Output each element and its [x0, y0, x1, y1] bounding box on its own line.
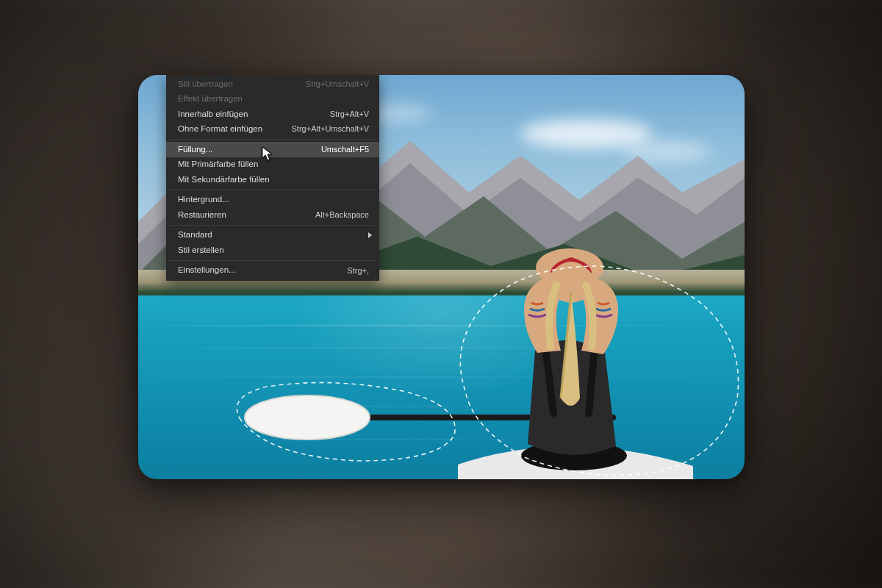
menu-item-primaerfarbe-fuellen[interactable]: Mit Primärfarbe füllen — [166, 157, 379, 173]
screenshot-panel: Stil übertragen Strg+Umschalt+V Effekt ü… — [138, 75, 745, 479]
context-menu: Stil übertragen Strg+Umschalt+V Effekt ü… — [166, 75, 379, 281]
menu-shortcut: Strg+Alt+Umschalt+V — [292, 123, 369, 135]
menu-label: Ohne Format einfügen — [178, 123, 274, 135]
selection-marquee-paddle — [219, 369, 469, 472]
menu-item-ohne-format-einfuegen[interactable]: Ohne Format einfügen Strg+Alt+Umschalt+V — [166, 122, 379, 137]
selection-marquee-person — [436, 237, 745, 479]
menu-label: Mit Primärfarbe füllen — [178, 159, 369, 171]
menu-label: Innerhalb einfügen — [178, 109, 312, 121]
menu-label: Mit Sekundärfarbe füllen — [178, 174, 369, 186]
menu-separator — [169, 139, 376, 140]
menu-shortcut: Umschalt+F5 — [321, 144, 369, 155]
menu-label: Standard — [178, 229, 369, 241]
menu-label: Stil erstellen — [178, 245, 369, 257]
menu-separator — [169, 225, 376, 226]
menu-shortcut: Strg+, — [347, 265, 369, 276]
menu-item-fuellung[interactable]: Füllung... Umschalt+F5 — [166, 142, 379, 157]
menu-item-innerhalb-einfuegen[interactable]: Innerhalb einfügen Strg+Alt+V — [166, 107, 379, 122]
menu-separator — [169, 260, 376, 261]
menu-label: Einstellungen... — [178, 265, 329, 276]
menu-label: Restaurieren — [178, 209, 298, 221]
menu-label: Füllung... — [178, 144, 304, 156]
menu-item-standard[interactable]: Standard — [166, 228, 379, 243]
menu-shortcut: Alt+Backspace — [315, 209, 369, 220]
chevron-right-icon — [368, 232, 372, 238]
menu-item-stil-uebertragen[interactable]: Stil übertragen Strg+Umschalt+V — [166, 76, 379, 92]
menu-shortcut: Strg+Alt+V — [330, 109, 369, 120]
menu-label: Hintergrund... — [178, 194, 369, 206]
menu-item-stil-erstellen[interactable]: Stil erstellen — [166, 243, 379, 258]
menu-label: Effekt übertragen — [178, 93, 351, 105]
menu-item-restaurieren[interactable]: Restaurieren Alt+Backspace — [166, 207, 379, 223]
menu-label: Stil übertragen — [178, 79, 288, 90]
menu-separator — [169, 190, 376, 190]
menu-item-einstellungen[interactable]: Einstellungen... Strg+, — [166, 263, 379, 279]
menu-item-effekt-uebertragen[interactable]: Effekt übertragen — [166, 92, 379, 107]
menu-item-hintergrund[interactable]: Hintergrund... — [166, 193, 379, 208]
menu-item-sekundaerfarbe-fuellen[interactable]: Mit Sekundärfarbe füllen — [166, 172, 379, 187]
menu-shortcut: Strg+Umschalt+V — [306, 79, 369, 90]
